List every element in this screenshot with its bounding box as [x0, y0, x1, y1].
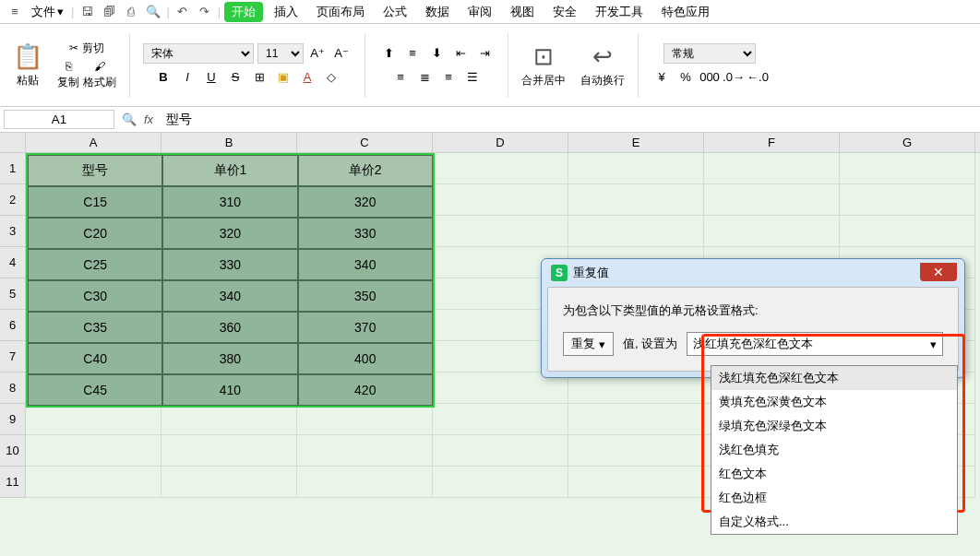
increase-decimal-icon[interactable]: .0→ [723, 67, 744, 88]
table-cell[interactable]: 330 [298, 218, 433, 249]
row-header-11[interactable]: 11 [0, 467, 26, 498]
table-cell[interactable]: C20 [28, 218, 162, 249]
font-size-select[interactable]: 11 [257, 43, 304, 64]
combo-option[interactable]: 红色文本 [711, 462, 957, 486]
save-as-icon[interactable]: 🗐 [100, 5, 118, 18]
table-cell[interactable]: C25 [28, 249, 162, 280]
tab-special[interactable]: 特色应用 [654, 4, 717, 20]
decrease-indent-icon[interactable]: ⇤ [450, 43, 471, 64]
redo-icon[interactable]: ↷ [196, 5, 214, 18]
table-cell[interactable]: 340 [298, 249, 433, 280]
col-header-E[interactable]: E [568, 133, 704, 152]
comma-icon[interactable]: 000 [699, 67, 720, 88]
clear-format-button[interactable]: ◇ [321, 67, 341, 88]
tab-insert[interactable]: 插入 [267, 4, 305, 20]
col-header-B[interactable]: B [161, 133, 297, 152]
row-header-7[interactable]: 7 [0, 341, 26, 373]
row-header-1[interactable]: 1 [0, 153, 26, 184]
wrap-text-button[interactable]: ↩ 自动换行 [580, 42, 625, 89]
table-header[interactable]: 型号 [28, 155, 162, 186]
table-cell[interactable]: C30 [28, 280, 162, 312]
align-bottom-icon[interactable]: ⬇ [426, 43, 447, 64]
zoom-icon[interactable]: 🔍 [122, 112, 137, 126]
data-table[interactable]: 型号 单价1 单价2 C15 310 320 C20 320 330 C25 3… [26, 153, 435, 408]
tab-page-layout[interactable]: 页面布局 [309, 4, 372, 20]
tab-data[interactable]: 数据 [418, 4, 457, 20]
file-menu[interactable]: 文件 ▾ [28, 4, 67, 20]
format-combo[interactable]: 浅红填充色深红色文本 ▾ [687, 332, 943, 356]
combo-option[interactable]: 绿填充色深绿色文本 [711, 414, 957, 438]
menu-icon[interactable]: ≡ [6, 5, 24, 18]
combo-option[interactable]: 红色边框 [711, 486, 957, 510]
table-cell[interactable]: 320 [162, 218, 297, 249]
row-header-8[interactable]: 8 [0, 373, 26, 404]
combo-option[interactable]: 黄填充色深黄色文本 [711, 390, 957, 414]
strikethrough-button[interactable]: S [225, 67, 245, 88]
table-cell[interactable]: C40 [28, 343, 162, 374]
formula-input[interactable] [161, 111, 976, 129]
table-cell[interactable]: C15 [28, 186, 162, 218]
select-all-corner[interactable] [0, 133, 26, 152]
fill-color-button[interactable]: ▣ [273, 67, 293, 88]
table-cell[interactable]: 310 [162, 186, 297, 218]
tab-start[interactable]: 开始 [224, 2, 263, 22]
paste-button[interactable]: 📋 粘贴 [13, 42, 42, 89]
row-header-4[interactable]: 4 [0, 247, 26, 278]
align-center-icon[interactable]: ≣ [414, 67, 435, 88]
table-header[interactable]: 单价2 [298, 155, 433, 186]
row-header-10[interactable]: 10 [0, 435, 26, 467]
print-icon[interactable]: ⎙ [122, 5, 140, 18]
col-header-A[interactable]: A [26, 133, 161, 152]
col-header-D[interactable]: D [433, 133, 568, 152]
italic-button[interactable]: I [177, 67, 197, 88]
table-cell[interactable]: 380 [162, 343, 297, 374]
save-icon[interactable]: 🖫 [78, 5, 96, 18]
table-cell[interactable]: 370 [298, 312, 433, 343]
mode-dropdown[interactable]: 重复 ▾ [563, 332, 614, 356]
increase-indent-icon[interactable]: ⇥ [474, 43, 495, 64]
name-box[interactable] [4, 110, 114, 129]
number-format-select[interactable]: 常规 [663, 43, 756, 64]
col-header-F[interactable]: F [704, 133, 840, 152]
decrease-decimal-icon[interactable]: ←.0 [747, 67, 768, 88]
table-cell[interactable]: 320 [298, 186, 433, 218]
table-cell[interactable]: 330 [162, 249, 297, 280]
align-left-icon[interactable]: ≡ [390, 67, 411, 88]
font-name-select[interactable]: 宋体 [143, 43, 254, 64]
align-middle-icon[interactable]: ≡ [402, 43, 423, 64]
decrease-font-icon[interactable]: A⁻ [331, 43, 352, 64]
table-cell[interactable]: 410 [162, 374, 297, 406]
table-cell[interactable]: C35 [28, 312, 162, 343]
increase-font-icon[interactable]: A⁺ [307, 43, 328, 64]
table-cell[interactable]: 350 [298, 280, 433, 312]
table-cell[interactable]: 340 [162, 280, 297, 312]
table-header[interactable]: 单价1 [162, 155, 297, 186]
format-painter-button[interactable]: 🖌 格式刷 [83, 60, 116, 90]
percent-icon[interactable]: % [675, 67, 696, 88]
tab-security[interactable]: 安全 [545, 4, 584, 20]
table-cell[interactable]: 420 [298, 374, 433, 406]
dialog-titlebar[interactable]: S 重复值 [542, 259, 964, 287]
table-cell[interactable]: C45 [28, 374, 162, 406]
combo-option[interactable]: 浅红填充色深红色文本 [711, 366, 957, 390]
close-button[interactable]: ✕ [920, 263, 957, 281]
bold-button[interactable]: B [153, 67, 173, 88]
merge-center-button[interactable]: ⊡ 合并居中 [521, 42, 566, 89]
underline-button[interactable]: U [201, 67, 221, 88]
row-header-6[interactable]: 6 [0, 310, 26, 341]
col-header-G[interactable]: G [840, 133, 975, 152]
combo-option[interactable]: 浅红色填充 [711, 438, 957, 462]
combo-option[interactable]: 自定义格式... [711, 510, 957, 534]
row-header-2[interactable]: 2 [0, 184, 26, 216]
align-justify-icon[interactable]: ☰ [462, 67, 483, 88]
border-button[interactable]: ⊞ [249, 67, 269, 88]
row-header-3[interactable]: 3 [0, 216, 26, 247]
col-header-C[interactable]: C [297, 133, 433, 152]
table-cell[interactable]: 400 [298, 343, 433, 374]
undo-icon[interactable]: ↶ [173, 5, 192, 18]
cut-button[interactable]: ✂ 剪切 [69, 41, 104, 56]
currency-icon[interactable]: ¥ [651, 67, 672, 88]
tab-formula[interactable]: 公式 [376, 4, 414, 20]
font-color-button[interactable]: A [297, 67, 317, 88]
row-header-9[interactable]: 9 [0, 404, 26, 435]
